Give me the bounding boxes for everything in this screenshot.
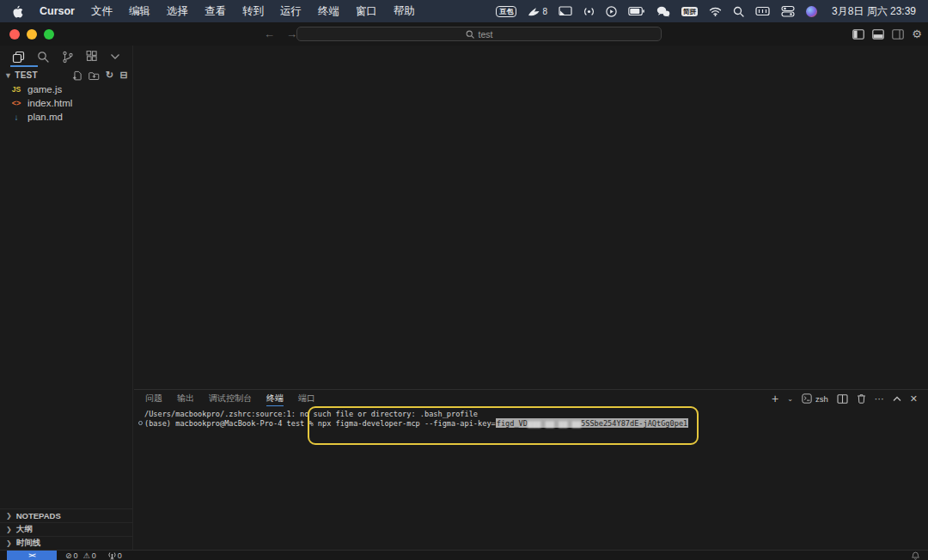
- explorer-section-header[interactable]: ▼ TEST ↻ ⊟: [0, 68, 132, 82]
- file-row-game-js[interactable]: JS game.js: [0, 82, 132, 96]
- collapse-all-icon[interactable]: ⊟: [119, 70, 128, 80]
- new-file-icon[interactable]: [72, 70, 82, 81]
- html-file-icon: <>: [11, 99, 21, 107]
- remote-indicator[interactable]: ><: [7, 551, 57, 560]
- menu-run[interactable]: 运行: [280, 4, 302, 19]
- terminal-content[interactable]: /Users/macbookpro/.zshrc:source:1: no su…: [134, 407, 928, 550]
- editor-area[interactable]: [134, 46, 928, 389]
- bird-badge-count: 8: [542, 7, 547, 16]
- extensions-tab-icon[interactable]: [86, 51, 98, 63]
- search-tab-icon[interactable]: [37, 51, 49, 63]
- menu-file[interactable]: 文件: [91, 4, 113, 19]
- search-icon: [466, 30, 474, 39]
- input-method-icon[interactable]: 简拼: [681, 7, 698, 16]
- terminal-shell-item[interactable]: zsh: [802, 393, 828, 404]
- zoom-window-button[interactable]: [44, 29, 54, 40]
- hotspot-icon[interactable]: [583, 6, 595, 17]
- menu-go[interactable]: 转到: [242, 4, 264, 19]
- chevron-right-icon: ❯: [6, 526, 12, 533]
- menu-help[interactable]: 帮助: [394, 4, 415, 19]
- bottom-panel: 问题 输出 调试控制台 终端 端口 + ⌄ zsh ⋯: [134, 389, 928, 550]
- close-window-button[interactable]: [9, 29, 20, 40]
- tab-output[interactable]: 输出: [177, 390, 194, 407]
- section-timeline[interactable]: ❯ 时间线: [0, 536, 132, 550]
- section-notepads[interactable]: ❯ NOTEPADS: [0, 508, 132, 522]
- battery-icon: [628, 6, 645, 16]
- toggle-secondary-sidebar-icon[interactable]: [892, 29, 904, 40]
- chevron-down-icon: ▼: [4, 71, 12, 80]
- chevron-right-icon: ❯: [6, 539, 12, 547]
- api-key-start: figd_VD: [497, 419, 528, 428]
- terminal-line-2: (base) macbookpro@MacBook-Pro-4 test % n…: [144, 419, 688, 428]
- api-key-redacted-blur: ▆▆▆ ▆▆ ▆▆ ▆▆: [528, 419, 581, 428]
- spotlight-search-icon[interactable]: [733, 6, 744, 17]
- menu-bar-clock[interactable]: 3月8日 周六 23:39: [832, 4, 916, 19]
- navigate-back-button[interactable]: ←: [264, 27, 275, 40]
- maximize-panel-chevron-icon[interactable]: [893, 396, 901, 402]
- macos-menu-bar: Cursor 文件 编辑 选择 查看 转到 运行 终端 窗口 帮助 豆包 8: [0, 0, 928, 22]
- chevron-right-icon: ❯: [6, 512, 12, 520]
- keyboard-widget-icon[interactable]: [755, 6, 770, 16]
- errors-count: 0: [74, 551, 78, 560]
- problems-status-item[interactable]: ⊘ 0 ⚠ 0: [65, 551, 96, 560]
- section-label: 时间线: [16, 538, 41, 549]
- wechat-icon[interactable]: [656, 6, 670, 17]
- api-key-end: 5SSbe254Y87dE-jAQtGg0pe1: [581, 419, 687, 428]
- file-name: index.html: [27, 98, 72, 108]
- broadcast-status-item[interactable]: 0: [108, 551, 122, 560]
- menu-app-name[interactable]: Cursor: [40, 5, 75, 17]
- broadcast-count: 0: [118, 551, 122, 560]
- screen: Cursor 文件 编辑 选择 查看 转到 运行 终端 窗口 帮助 豆包 8: [0, 0, 928, 560]
- refresh-icon[interactable]: ↻: [106, 70, 114, 80]
- doubao-icon[interactable]: 豆包: [496, 6, 516, 17]
- toggle-panel-icon[interactable]: [872, 29, 884, 40]
- wifi-icon[interactable]: [709, 7, 722, 16]
- notifications-bell-icon[interactable]: [912, 551, 919, 560]
- new-terminal-button[interactable]: +: [772, 393, 778, 404]
- file-row-index-html[interactable]: <> index.html: [0, 96, 132, 110]
- split-terminal-icon[interactable]: [837, 394, 848, 404]
- menu-terminal[interactable]: 终端: [318, 4, 339, 19]
- minimize-window-button[interactable]: [27, 29, 37, 40]
- command-center-search[interactable]: test: [296, 27, 662, 41]
- broadcast-tower-icon: [108, 551, 116, 560]
- tab-terminal[interactable]: 终端: [266, 390, 284, 407]
- terminal-dropdown-chevron-icon[interactable]: ⌄: [787, 395, 793, 403]
- tab-problems[interactable]: 问题: [145, 390, 162, 407]
- sidebar-tool-tabs: [0, 46, 132, 68]
- more-views-chevron-icon[interactable]: [110, 53, 120, 60]
- settings-gear-icon[interactable]: ⚙: [912, 28, 922, 40]
- api-key-selection: figd_VD▆▆▆ ▆▆ ▆▆ ▆▆5SSbe254Y87dE-jAQtGg0…: [496, 418, 689, 428]
- close-panel-icon[interactable]: ✕: [910, 393, 918, 404]
- control-center-icon[interactable]: [781, 5, 795, 17]
- bird-app-icon[interactable]: 8: [528, 7, 547, 16]
- section-outline[interactable]: ❯ 大纲: [0, 522, 132, 536]
- tab-ports[interactable]: 端口: [298, 390, 315, 407]
- screen-mirroring-icon[interactable]: [559, 6, 572, 16]
- file-name: plan.md: [27, 112, 63, 122]
- kill-terminal-trash-icon[interactable]: [857, 393, 866, 404]
- siri-icon[interactable]: [806, 6, 817, 17]
- menu-window[interactable]: 窗口: [356, 4, 377, 19]
- file-row-plan-md[interactable]: ↓ plan.md: [0, 110, 132, 124]
- menu-edit[interactable]: 编辑: [129, 4, 150, 19]
- panel-tab-bar: 问题 输出 调试控制台 终端 端口 + ⌄ zsh ⋯: [134, 390, 928, 407]
- menu-view[interactable]: 查看: [205, 4, 226, 19]
- command-decoration-circle-icon[interactable]: [138, 421, 143, 425]
- markdown-file-icon: ↓: [11, 113, 21, 122]
- command-center-text: test: [479, 29, 493, 40]
- explorer-sidebar: ▼ TEST ↻ ⊟ JS game.js <> index.html ↓ p: [0, 46, 133, 550]
- terminal-prompt-and-command: (base) macbookpro@MacBook-Pro-4 test % n…: [144, 419, 496, 428]
- menu-selection[interactable]: 选择: [167, 4, 188, 19]
- shell-label: zsh: [815, 394, 828, 404]
- explorer-tab-icon[interactable]: [12, 51, 25, 64]
- new-folder-icon[interactable]: [89, 70, 100, 81]
- toggle-primary-sidebar-icon[interactable]: [852, 29, 864, 40]
- source-control-tab-icon[interactable]: [62, 51, 74, 64]
- traffic-lights: [9, 29, 54, 40]
- more-actions-icon[interactable]: ⋯: [875, 393, 884, 404]
- apple-logo-icon[interactable]: [12, 5, 23, 18]
- tab-debug-console[interactable]: 调试控制台: [209, 390, 252, 407]
- media-play-icon[interactable]: [606, 6, 617, 17]
- js-file-icon: JS: [11, 85, 21, 94]
